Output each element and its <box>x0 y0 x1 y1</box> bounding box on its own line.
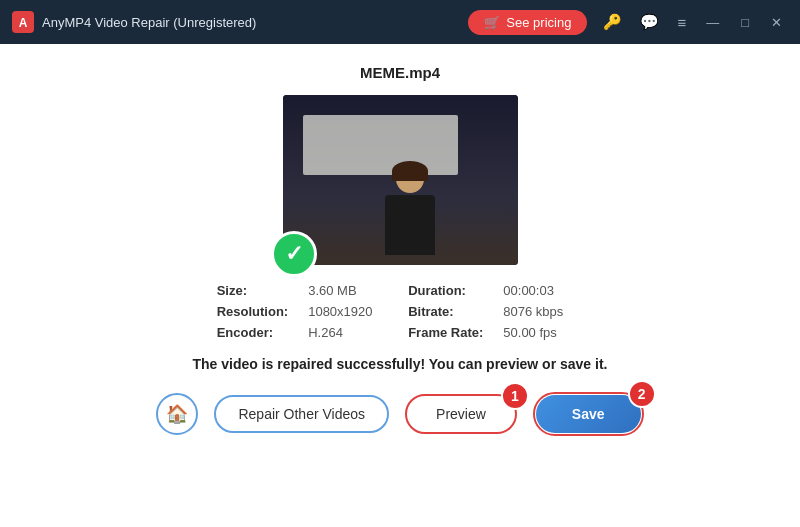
key-icon-button[interactable]: 🔑 <box>599 11 626 33</box>
titlebar-actions: 🔑 💬 ≡ — □ ✕ <box>599 11 788 33</box>
encoder-label: Encoder: <box>217 325 289 340</box>
video-thumbnail <box>283 95 518 265</box>
cart-icon: 🛒 <box>484 15 500 30</box>
save-button[interactable]: Save <box>536 395 641 433</box>
resolution-value: 1080x1920 <box>308 304 388 319</box>
app-title: AnyMP4 Video Repair (Unregistered) <box>42 15 468 30</box>
framerate-label: Frame Rate: <box>408 325 483 340</box>
badge-2: 2 <box>628 380 656 408</box>
size-label: Size: <box>217 283 289 298</box>
save-button-wrapper: Save 2 <box>533 392 644 436</box>
repair-other-label: Repair Other Videos <box>238 406 365 422</box>
pricing-label: See pricing <box>506 15 571 30</box>
chat-icon-button[interactable]: 💬 <box>636 11 663 33</box>
repair-other-button[interactable]: Repair Other Videos <box>214 395 389 433</box>
video-filename: MEME.mp4 <box>360 64 440 81</box>
video-thumbnail-container: ✓ <box>283 95 518 265</box>
svg-text:A: A <box>19 16 28 30</box>
resolution-label: Resolution: <box>217 304 289 319</box>
app-logo-icon: A <box>12 11 34 33</box>
main-content: MEME.mp4 ✓ Size: 3.60 MB Duration: <box>0 44 800 527</box>
duration-label: Duration: <box>408 283 483 298</box>
action-row: 🏠 Repair Other Videos Preview 1 Save 2 <box>156 392 643 436</box>
menu-icon-button[interactable]: ≡ <box>673 12 690 33</box>
home-icon: 🏠 <box>166 403 188 425</box>
minimize-button[interactable]: — <box>700 13 725 32</box>
person-figure <box>385 165 435 255</box>
repair-success-checkmark: ✓ <box>271 231 317 277</box>
bitrate-label: Bitrate: <box>408 304 483 319</box>
success-message: The video is repaired successfully! You … <box>193 356 608 372</box>
framerate-value: 50.00 fps <box>503 325 583 340</box>
titlebar: A AnyMP4 Video Repair (Unregistered) 🛒 S… <box>0 0 800 44</box>
duration-value: 00:00:03 <box>503 283 583 298</box>
video-info-grid: Size: 3.60 MB Duration: 00:00:03 Resolut… <box>217 283 584 340</box>
video-scene <box>283 95 518 265</box>
home-button[interactable]: 🏠 <box>156 393 198 435</box>
preview-label: Preview <box>436 406 486 422</box>
bitrate-value: 8076 kbps <box>503 304 583 319</box>
encoder-value: H.264 <box>308 325 388 340</box>
close-button[interactable]: ✕ <box>765 13 788 32</box>
preview-button-wrapper: Preview 1 <box>405 394 517 434</box>
maximize-button[interactable]: □ <box>735 13 755 32</box>
preview-button[interactable]: Preview <box>408 397 514 431</box>
save-label: Save <box>572 406 605 422</box>
size-value: 3.60 MB <box>308 283 388 298</box>
see-pricing-button[interactable]: 🛒 See pricing <box>468 10 587 35</box>
badge-1: 1 <box>501 382 529 410</box>
